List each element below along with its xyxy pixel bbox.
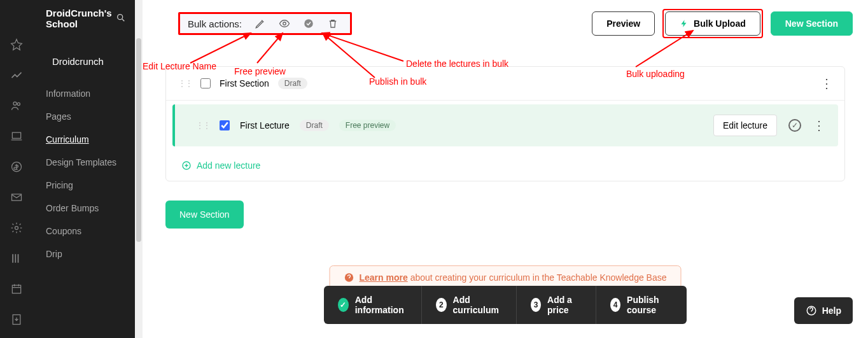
scroll-thumb[interactable] [136,38,141,242]
bulk-actions-box: Bulk actions: [178,12,352,35]
curriculum-card: ⋮⋮ First Section Draft ⋮ ⋮⋮ First Lectur… [165,66,845,181]
course-title: Droidcrunch [33,37,135,82]
sidebar: DroidCrunch's School Droidcrunch Informa… [33,0,135,338]
step-number: ✓ [338,298,349,312]
bulk-upload-button[interactable]: Bulk Upload [665,11,760,36]
sidebar-item-design-templates[interactable]: Design Templates [33,151,135,174]
sidebar-item-order-bumps[interactable]: Order Bumps [33,197,135,220]
svg-point-10 [304,19,313,28]
analytics-icon[interactable] [10,69,23,84]
svg-point-9 [283,22,286,25]
step-add-a-price[interactable]: 3Add a price [517,286,596,324]
step-add-information[interactable]: ✓Add information [324,286,422,324]
lecture-checkbox[interactable] [220,120,230,130]
sidebar-item-curriculum[interactable]: Curriculum [33,128,135,151]
search-icon[interactable] [116,13,126,25]
school-name-text: DroidCrunch's School [46,8,116,29]
publish-toggle-icon[interactable]: ✓ [788,119,801,132]
new-section-bottom-button[interactable]: New Section [165,201,244,229]
section-row: ⋮⋮ First Section Draft ⋮ [166,67,844,101]
svg-rect-2 [12,132,20,138]
scrollbar[interactable] [135,0,143,338]
step-label: Add information [355,295,407,315]
step-label: Add a price [547,295,582,315]
bulk-label: Bulk actions: [188,18,242,29]
add-lecture-label: Add new lecture [197,160,260,171]
preview-button[interactable]: Preview [592,11,655,36]
learn-more-link[interactable]: Learn more [359,272,407,283]
mail-icon[interactable] [10,191,23,206]
calendar-icon[interactable] [10,283,23,298]
svg-rect-6 [12,285,20,293]
download-icon[interactable] [10,313,23,328]
icon-sidebar [0,0,33,338]
draft-badge: Draft [300,120,329,131]
bulk-upload-highlight: Bulk Upload [662,9,763,38]
step-number: 4 [610,298,620,312]
section-checkbox[interactable] [200,78,211,88]
sidebar-item-information[interactable]: Information [33,82,135,105]
kebab-icon[interactable]: ⋮ [813,118,825,133]
step-publish-course[interactable]: 4Publish course [596,286,687,324]
svg-rect-4 [12,194,22,201]
bulk-upload-label: Bulk Upload [694,18,746,29]
step-label: Publish course [627,295,673,315]
eye-icon[interactable] [279,18,290,29]
help-button[interactable]: Help [794,297,853,324]
drag-handle-icon[interactable]: ⋮⋮ [195,120,209,130]
main-area: Bulk actions: Preview Bulk Upload New Se… [143,0,868,338]
banner-text: Learn more about creating your curriculu… [359,272,666,283]
edit-lecture-button[interactable]: Edit lecture [713,115,777,136]
sidebar-item-coupons[interactable]: Coupons [33,220,135,243]
users-icon[interactable] [10,99,23,115]
step-label: Add curriculum [453,295,503,315]
add-lecture-button[interactable]: Add new lecture [166,150,844,181]
sidebar-item-pricing[interactable]: Pricing [33,174,135,197]
draft-badge: Draft [278,78,307,89]
step-add-curriculum[interactable]: 2Add curriculum [422,286,517,324]
sidebar-item-drip[interactable]: Drip [33,243,135,265]
kebab-icon[interactable]: ⋮ [820,76,833,91]
help-circle-icon [344,272,354,283]
topbar: Bulk actions: Preview Bulk Upload New Se… [143,0,868,47]
step-number: 2 [436,298,447,312]
gear-icon[interactable] [10,222,23,237]
help-label: Help [822,306,841,316]
lightning-icon [680,19,689,28]
star-icon[interactable] [10,38,23,53]
svg-point-0 [13,102,17,105]
nav-list: InformationPagesCurriculumDesign Templat… [33,82,135,265]
dollar-icon[interactable] [10,160,23,176]
columns-icon[interactable] [10,252,23,267]
free-preview-badge: Free preview [339,120,396,131]
lecture-row: ⋮⋮ First Lecture Draft Free preview Edit… [172,104,838,146]
steps-bar: ✓Add information2Add curriculum3Add a pr… [324,286,687,324]
check-circle-icon[interactable] [303,18,314,29]
new-section-top-button[interactable]: New Section [771,11,853,36]
drag-handle-icon[interactable]: ⋮⋮ [178,78,192,88]
banner-rest: about creating your curriculum in the Te… [408,272,667,283]
help-icon [806,305,817,316]
svg-point-8 [118,14,123,19]
svg-point-1 [17,102,20,105]
plus-circle-icon [181,160,192,171]
school-name: DroidCrunch's School [33,0,135,37]
sidebar-item-pages[interactable]: Pages [33,105,135,128]
step-number: 3 [531,298,541,312]
edit-icon[interactable] [255,18,266,29]
laptop-icon[interactable] [10,130,23,145]
svg-point-5 [15,227,18,230]
trash-icon[interactable] [327,18,339,29]
section-title: First Section [220,78,269,88]
lecture-title: First Lecture [240,120,290,130]
